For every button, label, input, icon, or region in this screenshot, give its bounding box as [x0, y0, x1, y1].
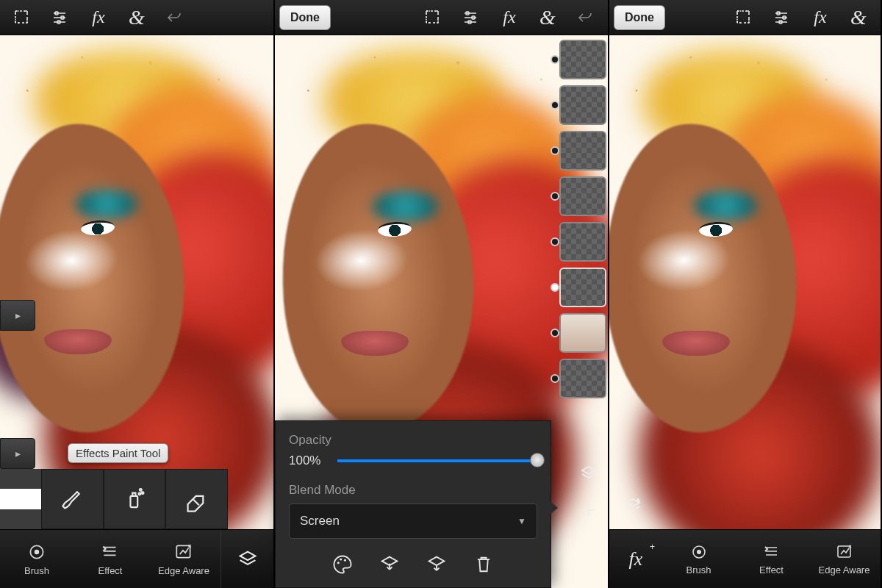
selection-tool-icon[interactable] — [726, 3, 761, 32]
artwork — [609, 35, 881, 588]
merge-down-icon[interactable] — [379, 553, 401, 578]
fx-icon[interactable]: fx — [81, 3, 116, 32]
popover-pointer — [549, 501, 558, 515]
layers-add-icon[interactable] — [618, 491, 648, 520]
brush-tool-icon[interactable] — [41, 469, 104, 529]
layers-icon[interactable] — [574, 459, 603, 488]
brush-tab-label: Brush — [24, 565, 49, 576]
app-panel-2: Done fx & — [275, 0, 609, 588]
ampersand-icon[interactable]: & — [841, 3, 876, 32]
top-toolbar: fx & — [0, 0, 273, 35]
blend-mode-value: Screen — [300, 514, 340, 528]
palette-icon[interactable] — [331, 553, 354, 578]
layer-thumb[interactable] — [559, 313, 606, 353]
layer-thumb[interactable] — [559, 359, 606, 398]
layers-strip — [552, 40, 606, 526]
top-toolbar: Done fx & — [275, 0, 608, 35]
edge-aware-tab-label: Edge Aware — [819, 564, 870, 576]
color-swatch[interactable] — [0, 469, 41, 529]
ampersand-icon[interactable]: & — [119, 3, 154, 32]
layers-panel-actions — [574, 459, 603, 525]
blend-mode-label: Blend Mode — [289, 483, 537, 498]
layers-button[interactable] — [220, 530, 273, 588]
adjustments-icon[interactable] — [453, 3, 489, 32]
trash-icon[interactable] — [473, 553, 495, 578]
plus-badge: + — [650, 542, 655, 552]
edge-aware-tab[interactable]: Edge Aware — [808, 530, 881, 588]
app-panel-1: fx & Effects Paint Tool — [0, 0, 275, 588]
effect-tab-label: Effect — [98, 565, 122, 576]
opacity-label: Opacity — [289, 433, 537, 448]
duplicate-layer-icon[interactable] — [426, 553, 448, 578]
ampersand-icon[interactable]: & — [530, 3, 565, 32]
selection-tool-icon[interactable] — [4, 3, 40, 32]
layer-thumb-selected[interactable] — [559, 268, 606, 307]
add-layer-icon[interactable] — [574, 495, 603, 525]
undo-icon[interactable] — [568, 3, 603, 32]
undo-icon[interactable] — [157, 3, 193, 32]
brush-tab[interactable]: Brush — [662, 530, 735, 588]
adjustments-icon[interactable] — [43, 3, 78, 32]
done-button[interactable]: Done — [614, 5, 665, 30]
layer-thumb[interactable] — [559, 176, 606, 216]
edge-aware-tab[interactable]: Edge Aware — [147, 530, 220, 588]
canvas[interactable] — [609, 35, 881, 588]
opacity-slider[interactable] — [337, 459, 537, 463]
opacity-value: 100% — [289, 453, 329, 468]
edge-aware-tab-label: Edge Aware — [158, 565, 209, 576]
layer-options-popover: Opacity 100% Blend Mode Screen ▼ — [275, 420, 551, 588]
effect-tab[interactable]: Effect — [74, 530, 147, 588]
effect-tab-label: Effect — [759, 564, 784, 576]
top-toolbar: Done fx & — [609, 0, 881, 35]
fx-icon[interactable]: fx — [803, 3, 838, 32]
blend-mode-select[interactable]: Screen ▼ — [289, 503, 537, 539]
brush-tab[interactable]: Brush — [0, 530, 74, 588]
adjustments-icon[interactable] — [764, 3, 800, 32]
fx-icon[interactable]: fx — [492, 3, 527, 32]
done-button[interactable]: Done — [279, 5, 331, 30]
layer-thumb[interactable] — [559, 85, 606, 125]
selection-tool-icon[interactable] — [415, 3, 451, 32]
brush-tab-label: Brush — [686, 564, 711, 576]
effect-tab[interactable]: Effect — [735, 530, 808, 588]
bottom-bar: Brush Effect Edge Aware — [0, 529, 273, 588]
eraser-tool-icon[interactable] — [165, 469, 228, 529]
popover-actions — [289, 549, 537, 580]
side-handle-upper[interactable] — [0, 300, 35, 331]
tool-row — [0, 469, 228, 529]
fx-button[interactable]: fx + — [609, 530, 662, 588]
layer-thumb[interactable] — [559, 40, 606, 79]
chevron-down-icon: ▼ — [517, 516, 526, 526]
tooltip-effects-paint-tool: Effects Paint Tool — [68, 443, 168, 463]
bottom-bar: fx + Brush Effect Edge Aware — [609, 529, 881, 588]
layer-thumb[interactable] — [559, 131, 606, 171]
app-panel-3: Done fx & fx + Brush — [609, 0, 881, 588]
spray-tool-icon[interactable] — [104, 469, 166, 529]
side-handle-lower[interactable] — [0, 438, 35, 469]
layer-thumb[interactable] — [559, 222, 606, 262]
